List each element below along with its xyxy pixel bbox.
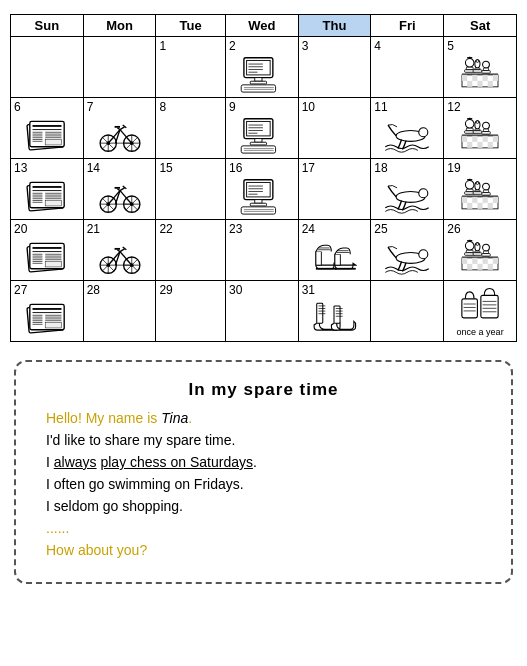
calendar-table: Sun Mon Tue Wed Thu Fri Sat 12 xyxy=(10,14,517,342)
svg-rect-87 xyxy=(482,132,491,135)
date-number: 27 xyxy=(14,283,80,297)
svg-rect-91 xyxy=(473,131,482,134)
svg-point-154 xyxy=(483,183,490,190)
calendar-cell: 31 xyxy=(298,281,371,342)
date-number: 9 xyxy=(229,100,295,114)
svg-rect-97 xyxy=(493,136,498,142)
svg-rect-95 xyxy=(472,136,477,142)
svg-point-214 xyxy=(419,250,428,259)
calendar-cell xyxy=(83,37,156,98)
svg-rect-100 xyxy=(488,142,493,148)
date-number: 21 xyxy=(87,222,153,236)
calendar-cell xyxy=(371,281,444,342)
cell-icon-swimming xyxy=(374,175,440,217)
svg-point-89 xyxy=(476,121,479,124)
date-number: 31 xyxy=(302,283,368,297)
calendar-cell: 29 xyxy=(156,281,226,342)
cell-icon-computer xyxy=(229,53,295,95)
text-line-4: I often go swimming on Fridays. xyxy=(46,476,481,492)
calendar-cell: 3 xyxy=(298,37,371,98)
svg-line-203 xyxy=(117,250,120,252)
cell-icon-bike xyxy=(87,175,153,217)
svg-rect-115 xyxy=(45,201,61,206)
svg-rect-28 xyxy=(493,75,498,81)
svg-rect-1 xyxy=(246,60,270,74)
header-wed: Wed xyxy=(225,15,298,37)
svg-rect-22 xyxy=(473,70,482,73)
date-number: 23 xyxy=(229,222,295,236)
svg-rect-75 xyxy=(241,146,275,153)
svg-rect-27 xyxy=(483,75,488,81)
calendar-cell: 19 xyxy=(444,159,517,220)
date-number: 22 xyxy=(159,222,222,236)
svg-line-63 xyxy=(120,127,125,130)
svg-rect-251 xyxy=(317,303,323,323)
date-number: 11 xyxy=(374,100,440,114)
date-number: 3 xyxy=(302,39,368,53)
svg-rect-232 xyxy=(493,258,498,264)
calendar-cell: 14 xyxy=(83,159,156,220)
svg-line-134 xyxy=(117,189,120,191)
calendar-cell: 6 xyxy=(11,98,84,159)
svg-rect-18 xyxy=(482,71,491,74)
date-number: 6 xyxy=(14,100,80,114)
svg-rect-235 xyxy=(488,264,493,270)
date-number: 8 xyxy=(159,100,222,114)
svg-rect-164 xyxy=(472,197,477,203)
text-line-1: Hello! My name is Tina. xyxy=(46,410,481,426)
date-number: 17 xyxy=(302,161,368,175)
cell-icon-skates xyxy=(302,236,368,278)
date-number: 4 xyxy=(374,39,440,53)
text-box: In my spare time Hello! My name is Tina.… xyxy=(14,360,513,584)
date-number: 26 xyxy=(447,222,513,236)
date-number: 15 xyxy=(159,161,222,175)
svg-rect-29 xyxy=(467,81,472,87)
svg-rect-230 xyxy=(472,258,477,264)
cell-icon-chess xyxy=(447,175,513,217)
svg-point-148 xyxy=(419,189,428,198)
header-tue: Tue xyxy=(156,15,226,37)
calendar-cell: 5 xyxy=(444,37,517,98)
svg-rect-143 xyxy=(250,203,266,206)
date-number: 19 xyxy=(447,161,513,175)
date-number: 14 xyxy=(87,161,153,175)
calendar-cell: 30 xyxy=(225,281,298,342)
svg-rect-166 xyxy=(493,197,498,203)
calendar-cell: 28 xyxy=(83,281,156,342)
cell-icon-swimming xyxy=(374,236,440,278)
svg-rect-205 xyxy=(316,252,321,266)
svg-rect-73 xyxy=(255,139,262,143)
svg-rect-168 xyxy=(478,203,483,209)
svg-rect-234 xyxy=(478,264,483,270)
svg-rect-74 xyxy=(250,142,266,145)
svg-rect-184 xyxy=(45,262,61,267)
date-number: 16 xyxy=(229,161,295,175)
cell-icon-computer xyxy=(229,114,295,156)
calendar-cell: 20 xyxy=(11,220,84,281)
svg-rect-96 xyxy=(483,136,488,142)
svg-rect-250 xyxy=(45,323,61,328)
date-number: 13 xyxy=(14,161,80,175)
svg-rect-156 xyxy=(482,193,491,196)
svg-rect-229 xyxy=(462,258,467,264)
header-fri: Fri xyxy=(371,15,444,37)
date-number: 28 xyxy=(87,283,153,297)
svg-rect-222 xyxy=(482,254,491,257)
calendar-cell: 2 xyxy=(225,37,298,98)
textbox-title: In my spare time xyxy=(46,380,481,400)
cell-icon-chess xyxy=(447,53,513,95)
calendar-cell: 17 xyxy=(298,159,371,220)
calendar-cell: 4 xyxy=(371,37,444,98)
cell-icon-chess xyxy=(447,236,513,278)
cell-icon-bike xyxy=(87,114,153,156)
calendar-cell: 27 xyxy=(11,281,84,342)
svg-point-220 xyxy=(483,244,490,251)
calendar-cell: 22 xyxy=(156,220,226,281)
date-number: 24 xyxy=(302,222,368,236)
svg-rect-231 xyxy=(483,258,488,264)
date-number: 20 xyxy=(14,222,80,236)
calendar-cell: 15 xyxy=(156,159,226,220)
svg-rect-261 xyxy=(462,299,478,318)
svg-rect-165 xyxy=(483,197,488,203)
date-number: 10 xyxy=(302,100,368,114)
